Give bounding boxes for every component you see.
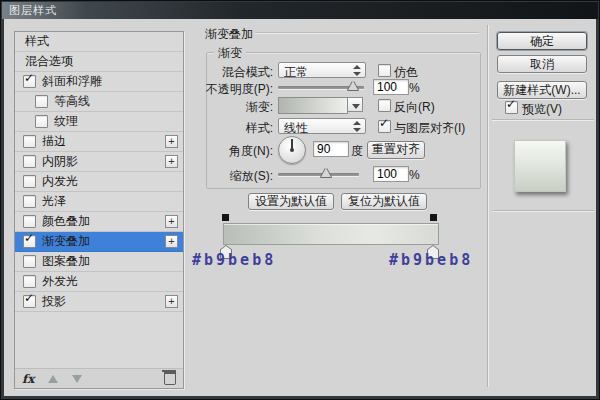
blend-mode-label: 混合模式:: [178, 64, 273, 81]
move-up-icon[interactable]: [48, 375, 58, 383]
sidebar-item-label: 内阴影: [42, 153, 78, 170]
trash-icon[interactable]: [164, 372, 176, 385]
vertical-divider: [487, 25, 488, 387]
checkbox-unchecked[interactable]: [23, 135, 36, 148]
ok-button[interactable]: 确定: [497, 32, 587, 50]
sidebar-item-label: 图案叠加: [42, 253, 90, 270]
sidebar-item-label: 光泽: [42, 193, 66, 210]
gradient-picker-arrow-button[interactable]: [347, 97, 363, 112]
checkbox-checked[interactable]: ✓: [23, 235, 36, 248]
checkbox-unchecked[interactable]: [23, 175, 36, 188]
style-preview-swatch: [514, 140, 566, 192]
sidebar-item-label: 颜色叠加: [42, 213, 90, 230]
style-label: 样式:: [178, 120, 273, 137]
opacity-slider-thumb[interactable]: [348, 81, 358, 90]
reset-default-button[interactable]: 复位为默认值: [341, 193, 427, 210]
add-instance-button[interactable]: +: [165, 215, 178, 228]
sidebar-item-gradient-overlay[interactable]: ✓ 渐变叠加 +: [15, 232, 183, 252]
dialog-title: 图层样式: [9, 4, 57, 16]
sidebar-item-stroke[interactable]: 描边 +: [15, 132, 183, 152]
sidebar-item-label: 混合选项: [25, 53, 73, 70]
sidebar-item-drop-shadow[interactable]: ✓ 投影 +: [15, 292, 183, 312]
sidebar-item-label: 纹理: [54, 113, 78, 130]
angle-label: 角度(N):: [178, 143, 273, 160]
checkbox-unchecked[interactable]: [23, 255, 36, 268]
gradient-label: 渐变:: [178, 99, 273, 116]
reset-align-button[interactable]: 重置对齐: [367, 141, 425, 159]
make-default-button[interactable]: 设置为默认值: [248, 193, 334, 210]
checkbox-unchecked[interactable]: [35, 95, 48, 108]
checkbox-checked[interactable]: ✓: [23, 75, 36, 88]
sidebar-item-label: 描边: [42, 133, 66, 150]
opacity-input[interactable]: [373, 79, 409, 95]
angle-input[interactable]: [313, 141, 349, 157]
dither-checkbox[interactable]: [378, 64, 391, 77]
sidebar-item-satin[interactable]: 光泽: [15, 192, 183, 212]
sidebar-item-styles[interactable]: 样式: [15, 32, 183, 52]
preview-checkbox[interactable]: ✓: [505, 101, 518, 114]
scale-input[interactable]: [373, 166, 409, 182]
check-icon: ✓: [506, 97, 516, 111]
style-value: 线性: [284, 121, 308, 134]
opacity-unit: %: [409, 81, 420, 95]
preview-label: 预览(V): [522, 101, 562, 118]
blend-mode-select[interactable]: 正常: [278, 62, 366, 78]
gradient-preview-swatch[interactable]: [278, 97, 348, 114]
add-instance-button[interactable]: +: [165, 235, 178, 248]
sidebar-item-blending-options[interactable]: 混合选项: [15, 52, 183, 72]
opacity-stop-right-icon[interactable]: [430, 214, 437, 221]
gradient-group-label: 渐变: [214, 45, 246, 62]
style-select[interactable]: 线性: [278, 118, 366, 134]
styles-list-toolbar: fx: [15, 368, 183, 388]
check-icon: ✓: [24, 231, 34, 245]
angle-dial[interactable]: [278, 136, 306, 164]
angle-dial-hub: [290, 148, 294, 152]
blend-mode-value: 正常: [284, 65, 308, 78]
align-with-layer-label: 与图层对齐(I): [394, 120, 465, 137]
checkbox-unchecked[interactable]: [23, 155, 36, 168]
sidebar-item-pattern-overlay[interactable]: 图案叠加: [15, 252, 183, 272]
scale-label: 缩放(S):: [178, 168, 273, 185]
sidebar-item-label: 渐变叠加: [42, 233, 90, 250]
sidebar-item-label: 外发光: [42, 273, 78, 290]
fx-icon[interactable]: fx: [22, 372, 34, 386]
sidebar-item-color-overlay[interactable]: 颜色叠加 +: [15, 212, 183, 232]
gradient-editor-bar[interactable]: [223, 223, 439, 245]
checkbox-checked[interactable]: ✓: [23, 295, 36, 308]
scale-slider-thumb[interactable]: [321, 168, 331, 177]
title-bar[interactable]: 图层样式: [2, 2, 598, 19]
hex-label-left: #b9beb8: [192, 251, 276, 269]
sidebar-item-label: 等高线: [54, 93, 90, 110]
add-instance-button[interactable]: +: [165, 295, 178, 308]
sidebar-item-texture[interactable]: 纹理: [15, 112, 183, 132]
sidebar-item-outer-glow[interactable]: 外发光: [15, 272, 183, 292]
move-down-icon[interactable]: [72, 375, 82, 383]
add-instance-button[interactable]: +: [165, 135, 178, 148]
sidebar-item-bevel-emboss[interactable]: ✓ 斜面和浮雕: [15, 72, 183, 92]
panel-title: 渐变叠加: [205, 26, 253, 43]
check-icon: ✓: [24, 291, 34, 305]
angle-unit: 度: [351, 143, 363, 160]
combo-arrows-icon: [353, 65, 361, 76]
sidebar-item-label: 内发光: [42, 173, 78, 190]
reverse-checkbox[interactable]: [378, 99, 391, 112]
opacity-stop-left-icon[interactable]: [222, 214, 229, 221]
sidebar-item-contour[interactable]: 等高线: [15, 92, 183, 112]
check-icon: ✓: [379, 116, 389, 130]
cancel-button[interactable]: 取消: [497, 55, 587, 73]
checkbox-unchecked[interactable]: [35, 115, 48, 128]
checkbox-unchecked[interactable]: [23, 195, 36, 208]
layer-style-dialog: 图层样式 样式 混合选项 ✓ 斜面和浮雕 等高线 纹理 描边 + 内阴影: [0, 0, 600, 400]
hex-label-right: #b9beb8: [389, 251, 473, 269]
scale-slider-track[interactable]: [278, 173, 359, 176]
combo-arrows-icon: [353, 121, 361, 132]
align-with-layer-checkbox[interactable]: ✓: [378, 120, 391, 133]
add-instance-button[interactable]: +: [165, 155, 178, 168]
sidebar-item-label: 投影: [42, 293, 66, 310]
checkbox-unchecked[interactable]: [23, 275, 36, 288]
checkbox-unchecked[interactable]: [23, 215, 36, 228]
sidebar-item-inner-glow[interactable]: 内发光: [15, 172, 183, 192]
reverse-label: 反向(R): [394, 99, 435, 116]
sidebar-item-inner-shadow[interactable]: 内阴影 +: [15, 152, 183, 172]
check-icon: ✓: [24, 71, 34, 85]
